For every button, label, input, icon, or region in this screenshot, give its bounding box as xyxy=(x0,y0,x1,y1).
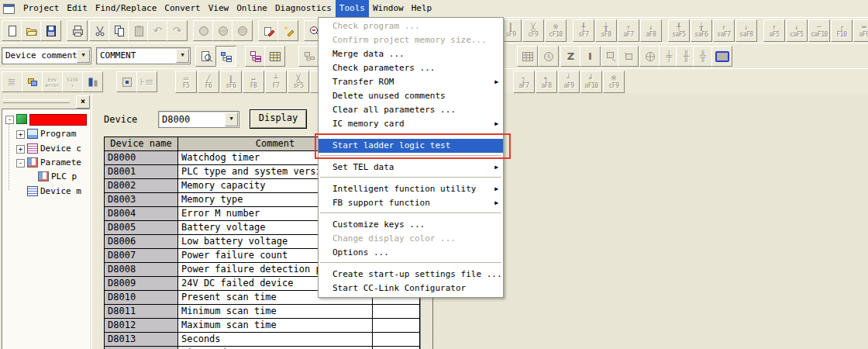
device-name-cell[interactable]: D8000 xyxy=(105,151,178,165)
device-name-cell[interactable]: D8011 xyxy=(105,305,178,319)
tree-item-project-root[interactable]: - xyxy=(2,113,88,126)
fkey-tool-button[interactable]: ╕ aF8 xyxy=(536,71,557,93)
menu-item[interactable]: Delete unused comments ▶ xyxy=(319,89,503,103)
dropdown-arrow-icon[interactable]: ▼ xyxy=(77,49,90,63)
menu-item[interactable]: Create start-up settings file ... ▶ xyxy=(319,268,503,282)
menubar-item[interactable]: Help xyxy=(408,0,436,17)
step-no-button[interactable]: S1S9↓ xyxy=(62,71,83,92)
project-data-list-button[interactable] xyxy=(215,46,236,67)
open-file-button[interactable] xyxy=(21,20,42,41)
device-name-cell[interactable]: D8012 xyxy=(105,319,178,333)
ladder-tool-button[interactable]: ↓ saF8 xyxy=(735,19,757,42)
copy-data-button[interactable] xyxy=(298,46,319,67)
menubar-item[interactable]: Edit xyxy=(63,0,91,17)
extra-cell[interactable] xyxy=(373,319,419,333)
menubar-item[interactable]: Online xyxy=(232,0,271,17)
ladder-tool-button[interactable]: ═ aF9 xyxy=(853,19,868,42)
paste-button[interactable] xyxy=(128,20,149,41)
extra-cell[interactable] xyxy=(373,333,419,347)
device-comment-tree-button[interactable] xyxy=(245,46,266,67)
data-kind-combobox[interactable]: Device comment ▼ xyxy=(2,47,91,64)
menu-item[interactable]: Clear all parameters ... ▶ xyxy=(319,103,503,117)
ladder-tool-button[interactable]: ↑ aF5 xyxy=(763,19,785,42)
parameter-grid-button[interactable] xyxy=(264,46,285,67)
device-name-cell[interactable]: D8002 xyxy=(105,179,178,193)
fkey-tool-button[interactable]: ╛ aF10 xyxy=(580,71,602,93)
fkey-tool-button[interactable]: ┴ F7 xyxy=(265,71,287,93)
fkey-tool-button[interactable]: ╳ sF5 xyxy=(288,71,309,93)
fkey-tool-button[interactable]: ┐ aF7 xyxy=(513,71,535,93)
table-row[interactable]: D8012 Maximum scan time xyxy=(105,319,419,333)
menu-item[interactable]: Set TEL data ▶ xyxy=(319,161,503,174)
data-name-combobox[interactable]: COMMENT ▼ xyxy=(96,47,191,64)
device-name-cell[interactable]: D8008 xyxy=(105,263,178,277)
menu-item[interactable]: Change display color ... ▶ xyxy=(319,232,503,246)
menubar-item[interactable]: Diagnostics xyxy=(271,0,336,17)
device-grid-button[interactable] xyxy=(517,46,538,67)
menu-item[interactable]: Transfer ROM ▶ xyxy=(319,75,503,89)
close-icon[interactable]: × xyxy=(76,95,90,109)
comment-edit-button[interactable] xyxy=(258,20,279,41)
menubar-item[interactable]: Project xyxy=(19,0,63,17)
save-button[interactable] xyxy=(40,20,61,41)
statement-edit-button[interactable] xyxy=(277,20,298,41)
expand-toggle[interactable]: - xyxy=(16,159,25,168)
ladder-tool-button[interactable]: ↑ saF7 xyxy=(713,19,735,42)
tree-item-device-memory[interactable]: Device m xyxy=(2,185,88,198)
device-name-cell[interactable]: D8005 xyxy=(105,221,178,235)
list-mode-button[interactable]: I xyxy=(580,46,601,67)
skip-run-button[interactable]: ⊦≡ xyxy=(136,71,157,92)
menu-item[interactable]: Check parameters ... ▶ xyxy=(319,61,503,75)
device-name-cell[interactable]: D8013 xyxy=(105,333,178,347)
fkey-tool-button[interactable]: ┘ aF9 xyxy=(558,71,580,93)
menubar-item[interactable]: Convert xyxy=(160,0,204,17)
block-monitor-button[interactable] xyxy=(82,71,103,92)
menu-item[interactable]: ▶ xyxy=(320,262,501,265)
fkey-tool-button[interactable]: ※ cF9 xyxy=(603,71,625,93)
tree-item-plc-parameter[interactable]: PLC p xyxy=(2,171,88,183)
tree-item-program[interactable]: + Program xyxy=(2,128,88,140)
panel-grip[interactable] xyxy=(3,99,70,103)
fkey-tool-button[interactable]: ↵ F8 xyxy=(243,71,264,93)
ladder-tool-button[interactable]: ↑ aF7 xyxy=(618,19,639,42)
doc-find-button[interactable] xyxy=(195,46,216,67)
find-instruction-button[interactable] xyxy=(212,20,233,41)
ladder-tool-button[interactable]: ↓ caF5 xyxy=(786,19,808,42)
ladder-tool-button[interactable]: ╀ saF5 xyxy=(668,19,690,42)
insert-nop-button[interactable]: ╬ xyxy=(693,46,714,67)
find-device-button[interactable] xyxy=(193,20,214,41)
world-button[interactable] xyxy=(639,46,660,67)
device-name-cell[interactable]: D8010 xyxy=(105,291,178,305)
menu-item[interactable]: ▶ xyxy=(320,177,501,180)
tree-item-parameter[interactable]: - Paramete xyxy=(2,157,88,169)
mdi-child-icon[interactable] xyxy=(3,4,15,14)
menu-item[interactable]: Confirm project memory size... ▶ xyxy=(319,33,503,47)
device-name-cell[interactable]: D8003 xyxy=(105,193,178,207)
extra-cell[interactable] xyxy=(373,305,419,319)
menu-item[interactable]: Intelligent function utility ▶ xyxy=(319,182,503,196)
menubar-item[interactable]: Window xyxy=(369,0,408,17)
menubar-item[interactable]: Find/Replace xyxy=(91,0,160,17)
tree-item-device-comment[interactable]: + Device c xyxy=(2,143,88,155)
ladder-mode-button[interactable]: Z xyxy=(560,46,581,67)
comment-cell[interactable]: Maximum scan time xyxy=(178,319,373,333)
step-run-button[interactable]: ≣ xyxy=(2,71,22,92)
menu-item[interactable]: IC memory card ▶ xyxy=(319,117,503,131)
menu-item[interactable]: Customize keys ... ▶ xyxy=(319,218,503,232)
new-file-button[interactable] xyxy=(2,20,22,41)
tile-button[interactable] xyxy=(618,46,639,67)
ladder-tool-button[interactable]: ╁ sF8 xyxy=(595,19,617,42)
ladder-tool-button[interactable]: ╳ cF9 xyxy=(522,19,544,42)
table-row[interactable]: D8011 Minimum scan time xyxy=(105,305,419,319)
fkey-tool-button[interactable]: ╱ F6 xyxy=(198,71,219,93)
device-combobox[interactable]: D8000 ▼ xyxy=(158,111,239,128)
menubar-item[interactable]: View xyxy=(205,0,233,17)
expand-toggle[interactable]: + xyxy=(16,145,25,154)
device-name-cell[interactable]: D8007 xyxy=(105,249,178,263)
menu-item[interactable]: Check program ... ▶ xyxy=(319,19,503,33)
ladder-tool-button[interactable]: ─ caF10 xyxy=(808,19,830,42)
fkey-tool-button[interactable]: ▭ F5 xyxy=(175,71,197,93)
redo-button[interactable]: ↷ xyxy=(167,20,188,41)
device-name-cell[interactable]: D8009 xyxy=(105,277,178,291)
device-name-cell[interactable]: D8006 xyxy=(105,235,178,249)
